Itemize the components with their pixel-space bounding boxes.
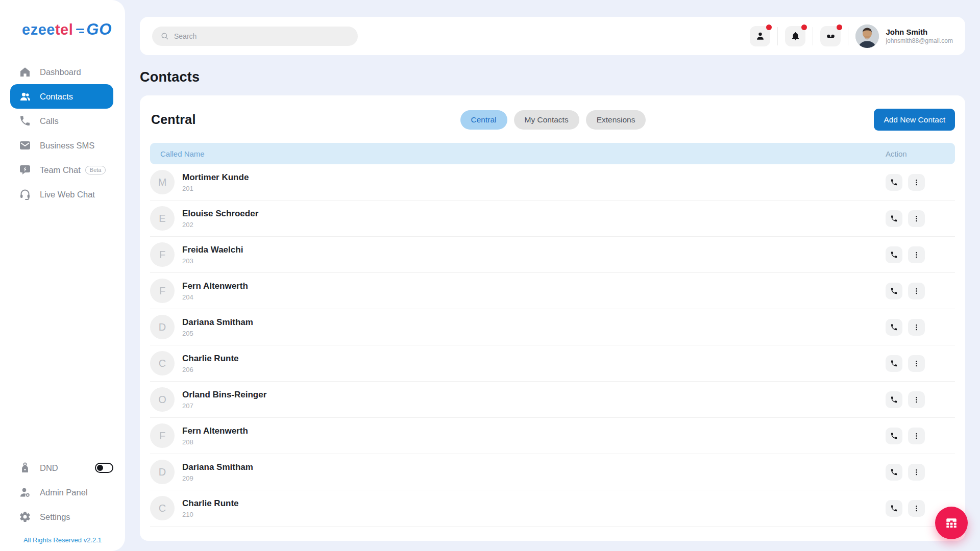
headset-icon [19, 188, 31, 201]
envelope-icon [19, 139, 31, 152]
home-icon [19, 66, 31, 78]
contact-name: Charlie Runte [182, 354, 886, 364]
add-new-contact-button[interactable]: Add New Contact [874, 109, 955, 131]
dialpad-fab-button[interactable] [935, 507, 968, 539]
user-meta[interactable]: John Smith johnsmith88@gmail.com [886, 28, 953, 44]
table-row: O Orland Bins-Reinger 207 [150, 382, 955, 418]
contact-extension: 205 [182, 330, 886, 337]
contact-initial-avatar: E [150, 206, 175, 231]
sidebar-item-label: Live Web Chat [40, 190, 95, 199]
call-button[interactable] [886, 174, 902, 191]
tab-my-contacts[interactable]: My Contacts [514, 110, 579, 130]
sidebar-item-label: DND [40, 463, 58, 473]
contacts-list: M Mortimer Kunde 201 E Elouise Schroeder… [150, 164, 955, 527]
chat-bolt-icon [19, 164, 31, 176]
kebab-menu-icon [913, 179, 920, 186]
call-button[interactable] [886, 246, 902, 263]
row-menu-button[interactable] [908, 210, 925, 227]
table-row: D Dariana Smitham 205 [150, 309, 955, 345]
divider [813, 27, 813, 45]
sidebar-item-live-web-chat[interactable]: Live Web Chat [10, 182, 113, 207]
logo-text-go: GO [86, 20, 112, 39]
dnd-toggle[interactable] [95, 463, 113, 473]
card-header: Central Central My Contacts Extensions A… [140, 95, 965, 131]
sidebar-item-label: Dashboard [40, 67, 81, 77]
phone-icon [890, 215, 898, 222]
door-hanger-icon [19, 462, 31, 474]
phone-icon [890, 396, 898, 404]
phone-icon [890, 287, 898, 295]
sidebar-item-dnd: DND [10, 456, 113, 480]
phone-icon [890, 179, 898, 186]
group-heading: Central [151, 112, 196, 127]
contact-initial-avatar: F [150, 242, 175, 267]
sidebar-item-admin-panel[interactable]: Admin Panel [10, 480, 113, 505]
logo-text-ezee: ezee [22, 21, 55, 38]
phone-icon [890, 251, 898, 259]
call-button[interactable] [886, 391, 902, 408]
logo-text-tel: tel [55, 21, 73, 38]
call-button[interactable] [886, 464, 902, 481]
contacts-card: Central Central My Contacts Extensions A… [140, 95, 965, 541]
contact-name: Dariana Smitham [182, 317, 886, 328]
call-button[interactable] [886, 210, 902, 227]
brand-logo: ezeetel GO [22, 20, 125, 39]
row-menu-button[interactable] [908, 246, 925, 263]
sidebar: ezeetel GO Dashboard Contacts Calls Busi… [0, 0, 125, 551]
row-menu-button[interactable] [908, 319, 925, 336]
sidebar-item-contacts[interactable]: Contacts [10, 84, 113, 109]
table-row: E Elouise Schroeder 202 [150, 201, 955, 237]
divider [848, 27, 848, 45]
sidebar-item-settings[interactable]: Settings [10, 505, 113, 529]
avatar-portrait [855, 24, 879, 48]
row-menu-button[interactable] [908, 283, 925, 299]
call-button[interactable] [886, 319, 902, 336]
row-menu-button[interactable] [908, 464, 925, 481]
voicemail-button[interactable] [820, 26, 841, 46]
contact-extension: 210 [182, 511, 886, 518]
sidebar-bottom: DND Admin Panel Settings All Rights Rese… [0, 456, 125, 551]
main-content: John Smith johnsmith88@gmail.com Contact… [125, 0, 980, 541]
kebab-menu-icon [913, 505, 920, 512]
notifications-button[interactable] [785, 26, 805, 46]
call-button[interactable] [886, 355, 902, 372]
dialpad-icon [945, 516, 958, 530]
table-header: Called Name Action [150, 143, 955, 164]
call-button[interactable] [886, 500, 902, 517]
sidebar-item-label: Business SMS [40, 141, 94, 151]
tab-central[interactable]: Central [460, 110, 507, 130]
row-menu-button[interactable] [908, 355, 925, 372]
notifications-bell-icon [791, 31, 800, 41]
contact-initial-avatar: C [150, 351, 175, 375]
search-input[interactable] [174, 32, 350, 40]
contact-extension: 209 [182, 474, 886, 482]
contact-extension: 203 [182, 257, 886, 265]
sidebar-item-label: Contacts [40, 92, 73, 102]
tab-extensions[interactable]: Extensions [586, 110, 646, 130]
notification-dot [837, 24, 842, 30]
row-menu-button[interactable] [908, 174, 925, 191]
row-menu-button[interactable] [908, 391, 925, 408]
kebab-menu-icon [913, 432, 920, 440]
contact-tabs: Central My Contacts Extensions [460, 110, 646, 130]
sidebar-item-calls[interactable]: Calls [10, 109, 113, 133]
kebab-menu-icon [913, 396, 920, 404]
search-bar[interactable] [152, 27, 358, 46]
kebab-menu-icon [913, 360, 920, 367]
sidebar-item-business-sms[interactable]: Business SMS [10, 133, 113, 158]
user-avatar[interactable] [855, 24, 879, 48]
sidebar-item-team-chat[interactable]: Team Chat Beta [10, 158, 113, 182]
profile-shortcut-button[interactable] [750, 26, 770, 46]
admin-user-icon [19, 486, 31, 498]
kebab-menu-icon [913, 251, 920, 259]
kebab-menu-icon [913, 323, 920, 331]
notification-dot [766, 24, 772, 30]
sidebar-item-dashboard[interactable]: Dashboard [10, 60, 113, 84]
table-row: C Charlie Runte 210 [150, 490, 955, 527]
call-button[interactable] [886, 428, 902, 444]
row-menu-button[interactable] [908, 428, 925, 444]
call-button[interactable] [886, 283, 902, 299]
sidebar-item-label: Admin Panel [40, 488, 88, 497]
table-row: D Dariana Smitham 209 [150, 454, 955, 490]
row-menu-button[interactable] [908, 500, 925, 517]
